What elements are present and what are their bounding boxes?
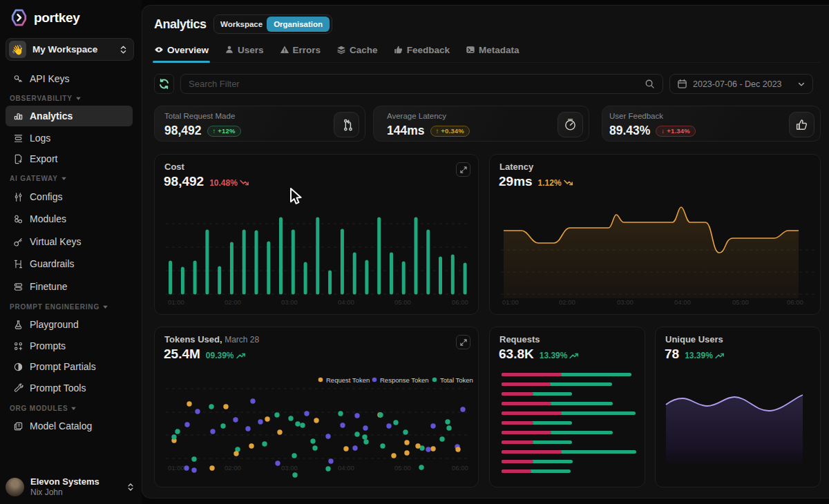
svg-text:01:00: 01:00 (168, 298, 184, 306)
svg-text:03:00: 03:00 (281, 464, 298, 472)
svg-text:Total Token: Total Token (440, 376, 473, 384)
svg-text:03:00: 03:00 (281, 298, 298, 306)
svg-text:02:00: 02:00 (225, 298, 241, 306)
svg-text:02:00: 02:00 (559, 298, 575, 306)
svg-text:03:00: 03:00 (617, 298, 633, 306)
svg-text:06:00: 06:00 (787, 298, 803, 306)
svg-text:04:00: 04:00 (674, 298, 691, 306)
svg-text:05:00: 05:00 (394, 464, 411, 472)
svg-text:Response Token: Response Token (380, 376, 429, 384)
svg-text:02:00: 02:00 (225, 464, 241, 472)
svg-text:05:00: 05:00 (394, 298, 411, 306)
svg-text:Request Token: Request Token (326, 376, 370, 384)
svg-text:04:00: 04:00 (338, 298, 354, 306)
svg-text:04:00: 04:00 (338, 464, 354, 472)
svg-text:06:00: 06:00 (452, 298, 468, 306)
svg-text:01:00: 01:00 (502, 298, 519, 306)
svg-text:05:00: 05:00 (732, 298, 749, 306)
svg-text:06:00: 06:00 (452, 464, 468, 472)
svg-text:01:00: 01:00 (168, 464, 184, 472)
